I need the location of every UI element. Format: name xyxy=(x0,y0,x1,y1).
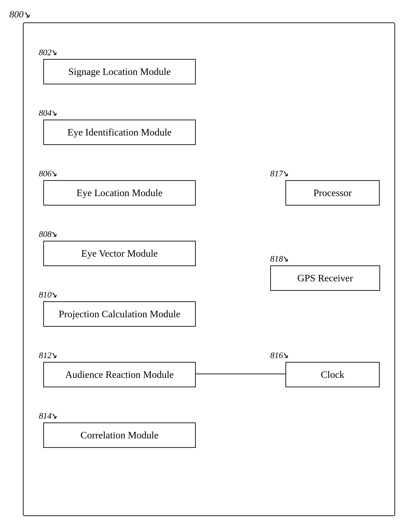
arrow-810: ↘ xyxy=(50,290,57,300)
main-diagram-box: 802 ↘ Signage Location Module 804 ↘ Eye … xyxy=(23,23,395,516)
arrow-817: ↘ xyxy=(281,168,289,178)
arrow-804: ↘ xyxy=(50,108,57,118)
label-808: 808 xyxy=(39,229,52,239)
arrow-808: ↘ xyxy=(50,229,57,239)
module-808: Eye Vector Module xyxy=(43,241,196,266)
module-818: GPS Receiver xyxy=(270,265,380,291)
module-814: Correlation Module xyxy=(43,423,196,448)
label-802: 802 xyxy=(39,47,52,57)
diagram-arrow: ↘ xyxy=(23,9,30,20)
module-804: Eye Identification Module xyxy=(43,119,196,145)
arrow-816: ↘ xyxy=(281,350,289,360)
arrow-806: ↘ xyxy=(50,168,57,178)
module-816: Clock xyxy=(285,362,380,387)
module-802: Signage Location Module xyxy=(43,59,196,84)
label-817: 817 xyxy=(270,168,283,178)
diagram-id-label: 800 xyxy=(9,9,23,20)
label-818: 818 xyxy=(270,254,283,264)
arrow-814: ↘ xyxy=(50,411,57,421)
label-810: 810 xyxy=(39,290,52,300)
module-810: Projection Calculation Module xyxy=(43,301,196,327)
label-814: 814 xyxy=(39,411,52,421)
arrow-802: ↘ xyxy=(50,47,57,57)
arrow-812: ↘ xyxy=(50,350,57,360)
module-812: Audience Reaction Module xyxy=(43,362,196,387)
module-817: Processor xyxy=(285,180,380,206)
label-812: 812 xyxy=(39,350,52,360)
label-816: 816 xyxy=(270,350,283,360)
connector-line-812-816 xyxy=(196,374,285,374)
label-806: 806 xyxy=(39,168,52,178)
arrow-818: ↘ xyxy=(281,254,289,264)
module-806: Eye Location Module xyxy=(43,180,196,206)
page-container: 800 ↘ 802 ↘ Signage Location Module 804 … xyxy=(9,9,409,520)
label-804: 804 xyxy=(39,108,52,118)
